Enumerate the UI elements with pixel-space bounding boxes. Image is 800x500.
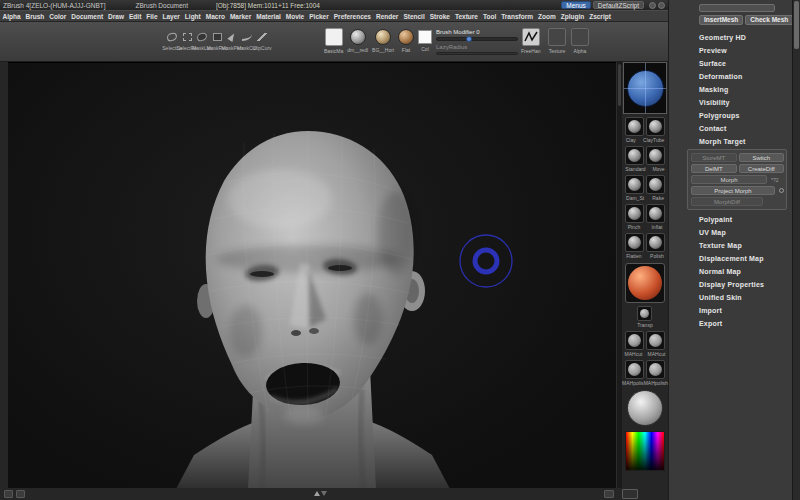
brush-thumb-polish[interactable] — [646, 233, 665, 252]
alpha-thumb-mahcut-2[interactable] — [646, 331, 665, 350]
menu-render[interactable]: Render — [374, 13, 401, 20]
bottom-right-icon[interactable] — [604, 490, 614, 498]
alpha-swatch[interactable]: BG__Hori — [372, 28, 394, 54]
menu-edit[interactable]: Edit — [127, 13, 144, 20]
sidebar-section-preview[interactable]: Preview — [669, 44, 793, 57]
switch-button[interactable]: Switch — [739, 153, 785, 162]
brush-thumb-claytube[interactable] — [646, 117, 665, 136]
brush-pair-labels: Clay ClayTube — [622, 137, 668, 143]
sidebar-section-polypaint[interactable]: Polypaint — [669, 213, 793, 226]
sidebar-section-deformation[interactable]: Deformation — [669, 70, 793, 83]
slider-thumb[interactable] — [466, 36, 472, 42]
transp-thumb[interactable] — [637, 306, 652, 321]
project-morph-button[interactable]: Project Morph — [691, 186, 775, 195]
menu-brush[interactable]: Brush — [23, 13, 47, 20]
alpha-thumb-mahpolish[interactable] — [646, 360, 665, 379]
insert-mesh-button[interactable]: InsertMesh — [699, 15, 743, 25]
menu-material[interactable]: Material — [254, 13, 284, 20]
sidebar-section-surface[interactable]: Surface — [669, 57, 793, 70]
del-mt-button[interactable]: DelMT — [691, 164, 737, 173]
menu-layer[interactable]: Layer — [160, 13, 182, 20]
menu-texture[interactable]: Texture — [452, 13, 480, 20]
shelf-bottom-box[interactable] — [622, 489, 638, 499]
menu-picker[interactable]: Picker — [307, 13, 332, 20]
menu-zplugin[interactable]: Zplugin — [558, 13, 586, 20]
menu-document[interactable]: Document — [69, 13, 106, 20]
select-tools-group: SelectLa SelectRe MaskLas MaskRec MaskPe… — [165, 32, 269, 51]
titlebar-icon-2[interactable] — [658, 2, 665, 9]
alpha-thumb-mahcut-1[interactable] — [625, 331, 644, 350]
menu-color[interactable]: Color — [47, 13, 69, 20]
bottom-left-icon-1[interactable] — [4, 490, 13, 498]
check-mesh-button[interactable]: Check Mesh — [745, 15, 793, 25]
menu-stencil[interactable]: Stencil — [401, 13, 427, 20]
bottom-left-icon-2[interactable] — [16, 490, 25, 498]
sidebar-section-contact[interactable]: Contact — [669, 122, 793, 135]
sidebar-section-visibility[interactable]: Visibility — [669, 96, 793, 109]
current-tool-preview[interactable] — [623, 62, 667, 114]
scrollbar-thumb[interactable] — [794, 1, 799, 49]
color-picker[interactable] — [625, 431, 665, 471]
menu-marker[interactable]: Marker — [227, 13, 253, 20]
material-swatch[interactable]: Flat — [398, 28, 414, 54]
sidebar-section-geometry-hd[interactable]: Geometry HD — [669, 31, 793, 44]
brush-thumb-clay[interactable] — [625, 117, 644, 136]
morphdiff-button[interactable]: MorphDiff — [691, 197, 763, 206]
panel-scrollbar[interactable] — [792, 0, 800, 500]
menu-file[interactable]: File — [144, 13, 160, 20]
canvas-bottom-handle[interactable] — [314, 491, 327, 496]
current-material-thumb[interactable] — [625, 263, 665, 303]
brush-thumb-flatten[interactable] — [625, 233, 644, 252]
brush-thumb-pinch[interactable] — [625, 204, 644, 223]
brush-thumb-inflat[interactable] — [646, 204, 665, 223]
store-mt-button[interactable]: StoreMT — [691, 153, 737, 162]
zbrush-window: ZBrush 4[ZELO-(HUM-AJJJ-GNBT] ZBrush Doc… — [0, 0, 800, 500]
sidebar-section-unified-skin[interactable]: Unified Skin — [669, 291, 793, 304]
sidebar-section-uv-map[interactable]: UV Map — [669, 226, 793, 239]
menu-draw[interactable]: Draw — [106, 13, 127, 20]
brush-thumb-rake[interactable] — [646, 175, 665, 194]
brush-thumb-move[interactable] — [646, 146, 665, 165]
menu-tool[interactable]: Tool — [480, 13, 498, 20]
brush-thumb-standard[interactable] — [625, 146, 644, 165]
document-canvas[interactable] — [8, 62, 616, 488]
sidebar-section-normal-map[interactable]: Normal Map — [669, 265, 793, 278]
alpha-thumb-mahpolis[interactable] — [625, 360, 644, 379]
clip-curve-tool[interactable]: ClipCurv — [255, 32, 269, 51]
sidebar-section-masking[interactable]: Masking — [669, 83, 793, 96]
menu-alpha[interactable]: Alpha — [0, 13, 23, 20]
sidebar-section-texture-map[interactable]: Texture Map — [669, 239, 793, 252]
stroke-type-button[interactable] — [522, 28, 540, 46]
menu-zoom[interactable]: Zoom — [536, 13, 559, 20]
menu-zscript[interactable]: Zscript — [587, 13, 614, 20]
menu-transform[interactable]: Transform — [499, 13, 536, 20]
current-brush-swatch[interactable]: BasicMa — [324, 28, 343, 54]
sidebar-section-displacement-map[interactable]: Displacement Map — [669, 252, 793, 265]
color-swatch[interactable]: Col — [418, 28, 432, 54]
panel-clipped-control[interactable] — [699, 4, 775, 12]
menus-button[interactable]: Menus — [561, 1, 591, 9]
titlebar-icon-1[interactable] — [649, 2, 656, 9]
menu-macro[interactable]: Macro — [203, 13, 227, 20]
noise-sphere-thumb[interactable] — [627, 390, 663, 426]
stroke-swatch[interactable]: dm__redl — [347, 28, 368, 54]
menu-preferences[interactable]: Preferences — [331, 13, 373, 20]
scrollbar-thumb[interactable] — [618, 64, 621, 106]
sidebar-section-display-properties[interactable]: Display Properties — [669, 278, 793, 291]
brush-thumb-damst[interactable] — [625, 175, 644, 194]
sidebar-section-morph-target[interactable]: Morph Target — [669, 135, 793, 148]
brush-modifier-slider[interactable] — [436, 37, 518, 41]
lazy-radius-slider[interactable] — [436, 52, 518, 55]
menu-stroke[interactable]: Stroke — [427, 13, 452, 20]
default-zscript-button[interactable]: DefaultZScript — [593, 1, 644, 9]
sidebar-section-export[interactable]: Export — [669, 317, 793, 330]
texture-slot[interactable]: Texture — [548, 28, 566, 54]
creatediff-button[interactable]: CreateDiff — [739, 164, 785, 173]
brush-ball-icon — [628, 207, 641, 220]
menu-light[interactable]: Light — [182, 13, 203, 20]
alpha-slot[interactable]: Alpha — [571, 28, 589, 54]
sidebar-section-polygroups[interactable]: Polygroups — [669, 109, 793, 122]
menu-movie[interactable]: Movie — [283, 13, 306, 20]
morph-slider[interactable]: Morph — [691, 175, 767, 184]
sidebar-section-import[interactable]: Import — [669, 304, 793, 317]
